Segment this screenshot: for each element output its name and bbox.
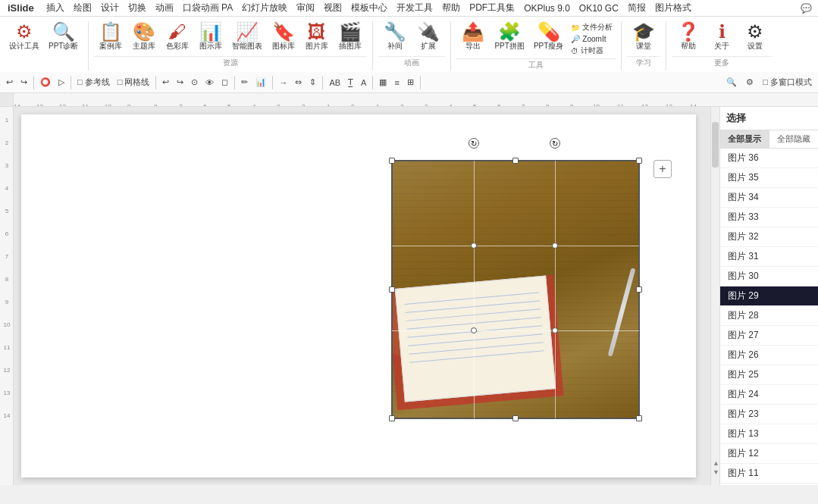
extend-button[interactable]: 🔌 扩展 bbox=[412, 20, 445, 55]
classroom-button[interactable]: 🎓 课堂 bbox=[627, 20, 660, 55]
panel-item-24[interactable]: 图片 24 bbox=[720, 385, 818, 405]
scroll-arrow-down[interactable]: ▼ bbox=[713, 468, 719, 476]
chart-tool[interactable]: 📊 bbox=[252, 76, 269, 89]
handle-br[interactable] bbox=[636, 415, 642, 421]
menu-image-format[interactable]: 图片格式 bbox=[650, 0, 696, 16]
rotate-handle-top-left[interactable]: ↻ bbox=[469, 138, 479, 149]
panel-item-12[interactable]: 图片 12 bbox=[720, 444, 818, 464]
crop-handle-3[interactable] bbox=[471, 327, 477, 333]
zoom-fit-button[interactable]: 🔍 bbox=[723, 76, 740, 89]
diagram-library-button[interactable]: 📊 图示库 bbox=[194, 20, 227, 55]
eye-tool[interactable]: 👁 bbox=[202, 77, 217, 89]
menu-pa[interactable]: 口袋动画 PA bbox=[178, 0, 237, 16]
menu-report[interactable]: 简报 bbox=[623, 0, 650, 16]
menu-design[interactable]: 设计 bbox=[96, 0, 124, 16]
panel-item-33[interactable]: 图片 33 bbox=[720, 208, 818, 227]
menu-okplus[interactable]: OKPlus 9.0 bbox=[519, 2, 575, 15]
layout-tool[interactable]: ≡ bbox=[391, 77, 402, 89]
menu-animation[interactable]: 动画 bbox=[151, 0, 178, 16]
panel-item-13[interactable]: 图片 13 bbox=[720, 424, 818, 444]
rotate-left-tool[interactable]: ↩ bbox=[159, 76, 172, 89]
ppt-puzzle-button[interactable]: 🧩 PPT拼图 bbox=[490, 20, 528, 55]
handle-bm[interactable] bbox=[512, 415, 519, 421]
rotate-right-tool[interactable]: ↪ bbox=[174, 76, 186, 89]
align-tool[interactable]: ⇔ bbox=[292, 76, 305, 89]
rect-tool[interactable]: ◻ bbox=[218, 76, 231, 89]
menu-slideshow[interactable]: 幻灯片放映 bbox=[237, 0, 292, 16]
canvas-area[interactable]: ↻ ↻ + ▲ ▼ bbox=[14, 107, 719, 485]
redo-button[interactable]: ↪ bbox=[17, 76, 30, 89]
menu-pdf[interactable]: PDF工具集 bbox=[465, 0, 519, 16]
menu-template[interactable]: 模板中心 bbox=[346, 0, 392, 16]
select-tool[interactable]: ⭕ bbox=[37, 76, 54, 89]
case-library-button[interactable]: 📋 案例库 bbox=[94, 20, 127, 55]
image-library-button[interactable]: 🖼 图片库 bbox=[300, 20, 334, 55]
panel-item-23[interactable]: 图片 23 bbox=[720, 405, 818, 424]
panel-item-30[interactable]: 图片 30 bbox=[720, 267, 818, 286]
circle-tool[interactable]: ⊙ bbox=[188, 76, 201, 89]
export-button[interactable]: 📤 导出 bbox=[456, 20, 490, 55]
tab-show-all[interactable]: 全部显示 bbox=[720, 130, 769, 148]
panel-item-36[interactable]: 图片 36 bbox=[720, 149, 818, 168]
ppt-slim-button[interactable]: 💊 PPT瘦身 bbox=[529, 20, 568, 55]
grid-toggle[interactable]: □ 网格线 bbox=[114, 75, 153, 89]
underline-tool[interactable]: T̲ bbox=[345, 76, 356, 89]
text-tool[interactable]: AB bbox=[326, 77, 343, 89]
panel-item-35[interactable]: 图片 35 bbox=[720, 168, 818, 188]
menu-view[interactable]: 视图 bbox=[319, 0, 346, 16]
panel-item-31[interactable]: 图片 31 bbox=[720, 247, 818, 267]
handle-tl[interactable] bbox=[389, 158, 395, 164]
handle-bl[interactable] bbox=[389, 415, 395, 421]
illustration-library-button[interactable]: 🎬 插图库 bbox=[334, 20, 367, 55]
plus-button[interactable]: + bbox=[653, 160, 672, 178]
selected-image[interactable]: ↻ ↻ bbox=[391, 160, 640, 419]
distribute-tool[interactable]: ⇕ bbox=[306, 76, 319, 89]
pen-tool[interactable]: ✏ bbox=[238, 76, 251, 89]
file-analysis-button[interactable]: 📁 文件分析 bbox=[568, 21, 616, 33]
menu-transition[interactable]: 切换 bbox=[124, 0, 151, 16]
scrollbar-thumb[interactable] bbox=[712, 122, 719, 167]
color-tool[interactable]: A bbox=[358, 77, 369, 89]
panel-item-25[interactable]: 图片 25 bbox=[720, 365, 818, 385]
panel-item-28[interactable]: 图片 28 bbox=[720, 306, 818, 326]
handle-tm[interactable] bbox=[512, 158, 519, 164]
reference-line-toggle[interactable]: □ 参考线 bbox=[74, 75, 113, 89]
menu-developer[interactable]: 开发工具 bbox=[392, 0, 437, 16]
comment-icon[interactable]: 💬 bbox=[798, 2, 815, 15]
tab-hide-all[interactable]: 全部隐藏 bbox=[769, 130, 819, 148]
panel-item-34[interactable]: 图片 34 bbox=[720, 188, 818, 208]
menu-help[interactable]: 帮助 bbox=[437, 0, 465, 16]
color-library-button[interactable]: 🖌 色彩库 bbox=[161, 20, 194, 55]
panel-item-26[interactable]: 图片 26 bbox=[720, 346, 818, 365]
rotate-handle-top-right[interactable]: ↻ bbox=[550, 138, 560, 149]
undo-button[interactable]: ↩ bbox=[3, 76, 16, 89]
icon-library-button[interactable]: 🔖 图标库 bbox=[267, 20, 300, 55]
panel-item-27[interactable]: 图片 27 bbox=[720, 326, 818, 346]
about-button[interactable]: ℹ 关于 bbox=[705, 20, 738, 55]
arrow-tool[interactable]: → bbox=[276, 77, 290, 89]
menu-insert[interactable]: 插入 bbox=[42, 0, 69, 16]
handle-tr[interactable] bbox=[636, 158, 642, 164]
handle-mr[interactable] bbox=[636, 286, 642, 293]
handle-ml[interactable] bbox=[389, 286, 395, 293]
scroll-arrow-up[interactable]: ▲ bbox=[713, 459, 719, 467]
menu-draw[interactable]: 绘图 bbox=[69, 0, 96, 16]
zoomit-button[interactable]: 🔎 ZoomIt bbox=[568, 34, 616, 44]
settings-gear[interactable]: ⚙ bbox=[743, 76, 757, 89]
settings-button[interactable]: ⚙ 设置 bbox=[738, 20, 772, 55]
scrollbar-vertical[interactable]: ▲ ▼ bbox=[710, 107, 719, 485]
multiwindow-toggle[interactable]: □ 多窗口模式 bbox=[760, 75, 815, 89]
design-tool-button[interactable]: ⚙ 设计工具 bbox=[5, 20, 44, 55]
menu-review[interactable]: 审阅 bbox=[292, 0, 319, 16]
ppt-diagnose-button[interactable]: 🔍 PPT诊断 bbox=[44, 20, 83, 55]
tween-button[interactable]: 🔧 补间 bbox=[378, 20, 412, 55]
panel-item-11[interactable]: 图片 11 bbox=[720, 464, 818, 484]
pointer-tool[interactable]: ▷ bbox=[55, 76, 67, 89]
smart-chart-button[interactable]: 📈 智能图表 bbox=[227, 20, 267, 55]
crop-handle-1[interactable] bbox=[471, 243, 477, 249]
panel-item-32[interactable]: 图片 32 bbox=[720, 227, 818, 247]
help-button[interactable]: ❓ 帮助 bbox=[672, 20, 705, 55]
theme-library-button[interactable]: 🎨 主题库 bbox=[127, 20, 161, 55]
format-tool[interactable]: ▦ bbox=[376, 76, 390, 89]
table-tool[interactable]: ⊞ bbox=[404, 76, 417, 89]
